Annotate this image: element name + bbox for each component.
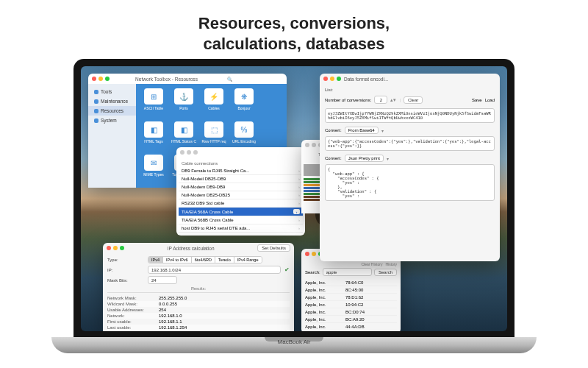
set-defaults-button[interactable]: Set Defaults bbox=[257, 244, 290, 252]
conversions-stepper[interactable]: 2 bbox=[374, 96, 387, 104]
zoom-icon[interactable] bbox=[105, 77, 110, 81]
tile-label: ASCII Table bbox=[144, 106, 163, 110]
convert-label: Convert: bbox=[325, 156, 342, 160]
result-row: Network:192.168.1.0 bbox=[107, 313, 290, 319]
chevron-right-icon: › bbox=[298, 218, 300, 222]
tile-icon: ◧ bbox=[144, 121, 163, 138]
mac-row: Apple, Inc.78:64:C0 bbox=[305, 279, 397, 286]
resource-tile[interactable]: ◧HTML Tags bbox=[140, 121, 167, 151]
clear-button[interactable]: Clear bbox=[404, 96, 423, 104]
cable-row[interactable]: Null-Modem DB25-DB25› bbox=[179, 191, 303, 199]
result-row: First usable:192.168.1.1 bbox=[107, 319, 290, 325]
titlebar-cables[interactable] bbox=[176, 147, 305, 158]
cable-list-header: Cable connections bbox=[179, 160, 303, 167]
result-row: Broadcast:192.168.1.255 bbox=[107, 330, 290, 331]
minimize-icon[interactable] bbox=[113, 246, 118, 250]
search-button[interactable]: Search bbox=[374, 269, 397, 276]
type-label: Type: bbox=[107, 258, 144, 262]
cable-row[interactable]: Null-Modeil DB25-DB9› bbox=[179, 175, 303, 183]
stepper-arrows[interactable]: ▴▾ bbox=[390, 97, 396, 103]
convert-label: Convert: bbox=[325, 128, 342, 132]
chevron-right-icon: › bbox=[298, 177, 300, 181]
window-title: Network Toolbox - Resources bbox=[112, 77, 220, 82]
resource-tile[interactable]: ⬚Raw HTTP req bbox=[201, 121, 227, 151]
mac-row: Apple, Inc.10:94:C2 bbox=[305, 301, 397, 308]
mac-row: Apple, Inc.78:D1:62 bbox=[305, 294, 397, 301]
cable-row[interactable]: TIA/EIA 568B Cross Cable› bbox=[179, 216, 303, 224]
chevron-down-icon: ▾ bbox=[381, 128, 384, 133]
resource-tile[interactable]: ◧HTML Status C bbox=[171, 121, 197, 151]
clear-history-link[interactable]: Clear History bbox=[362, 262, 383, 266]
titlebar-resources[interactable]: Network Toolbox - Resources 🔍 Search ⊞ bbox=[88, 74, 287, 84]
tab-ipv4[interactable]: IPv4 bbox=[148, 257, 163, 263]
load-link[interactable]: Load bbox=[485, 98, 495, 102]
sidebar-item-system[interactable]: System bbox=[88, 116, 136, 125]
folder-icon bbox=[94, 109, 98, 113]
marketing-headline: Resources, conversions,calculations, dat… bbox=[0, 13, 588, 54]
resource-tile[interactable]: ⚓Ports bbox=[171, 88, 197, 118]
convert-1-select[interactable]: From Base64 bbox=[345, 127, 379, 134]
cable-row[interactable]: RS232 DB9 Std cable› bbox=[179, 199, 303, 208]
window-encode: Data format encodi... List: Number of co… bbox=[320, 74, 500, 261]
history-link[interactable]: History bbox=[385, 262, 397, 266]
sidebar-item-maintenance[interactable]: Maintenance bbox=[88, 96, 136, 106]
cable-row[interactable]: Null-Modem DB9-DB9› bbox=[179, 183, 303, 191]
gear-icon bbox=[94, 99, 98, 104]
cable-row[interactable]: TIA/EIA 568A Cross Cable› bbox=[179, 208, 303, 216]
mask-input[interactable]: 24 bbox=[148, 276, 177, 284]
minimize-icon[interactable] bbox=[187, 150, 191, 155]
tab-ipv4toipv6[interactable]: IPv4 to IPv6 bbox=[163, 257, 192, 263]
close-icon[interactable] bbox=[323, 77, 328, 81]
output-1-textarea[interactable]: {"web-app":{"accessCodes":{"yes":},"vali… bbox=[325, 136, 495, 151]
close-icon[interactable] bbox=[107, 246, 111, 250]
resource-tile[interactable]: ⚡Cables bbox=[201, 88, 227, 118]
sidebar-item-tools[interactable]: Tools bbox=[88, 87, 136, 96]
tab-teredo[interactable]: Teredo bbox=[215, 257, 234, 263]
ip-type-tabs[interactable]: IPv4IPv4 to IPv66to4/6RDTeredoIPv4 Range bbox=[148, 256, 262, 263]
laptop-hinge: MacBook Air bbox=[51, 337, 537, 353]
input-textarea[interactable]: eyJ3ZWItYXBwIjp7YWNjZXNzQ29kZXMiOnsieWVz… bbox=[325, 108, 495, 123]
search-label: Search: bbox=[305, 270, 320, 275]
cable-row[interactable]: host DB9 to RJ45 serial DTE ada...› bbox=[179, 224, 303, 233]
search-input[interactable]: apple bbox=[323, 268, 372, 276]
chevron-right-icon: › bbox=[298, 169, 300, 173]
grid-icon[interactable]: ⊞ bbox=[278, 76, 283, 82]
convert-2-select[interactable]: Json Pretty print bbox=[345, 155, 384, 162]
zoom-icon[interactable] bbox=[120, 246, 124, 250]
conversions-label: Number of conversions: bbox=[325, 98, 371, 102]
resource-tile[interactable]: ✉MIME Types bbox=[140, 155, 167, 184]
save-link[interactable]: Save bbox=[472, 98, 482, 102]
minimize-icon[interactable] bbox=[98, 77, 103, 81]
titlebar-encode[interactable]: Data format encodi... bbox=[320, 74, 500, 84]
tile-label: HTML Status C bbox=[171, 139, 196, 144]
minimize-icon[interactable] bbox=[330, 77, 334, 81]
mac-row: Apple, Inc.BC:D0:74 bbox=[305, 308, 397, 316]
traffic-lights[interactable] bbox=[92, 77, 110, 81]
sidebar-item-resources[interactable]: Resources bbox=[88, 106, 136, 116]
ip-input[interactable]: 192.168.1.0/24 bbox=[148, 266, 281, 274]
tab-ipv4range[interactable]: IPv4 Range bbox=[234, 257, 262, 263]
cpu-icon bbox=[94, 118, 98, 123]
mac-row: Apple, Inc.18:EE:69 bbox=[305, 330, 397, 331]
mac-results-table: Apple, Inc.78:64:C0Apple, Inc.8C:45:00Ap… bbox=[305, 279, 397, 331]
zoom-icon[interactable] bbox=[193, 150, 198, 155]
headline-line1: Resources, conversions, bbox=[198, 14, 390, 32]
search-input[interactable]: 🔍 Search bbox=[223, 76, 275, 82]
tile-label: MIME Types bbox=[143, 172, 164, 177]
list-label: List: bbox=[325, 88, 495, 92]
cable-row[interactable]: DB9 Female to RJ45 Straight Ca...› bbox=[179, 167, 303, 175]
resource-tile[interactable]: ⊞ASCII Table bbox=[140, 88, 167, 118]
tile-icon: ⬚ bbox=[204, 121, 223, 138]
tile-label: Raw HTTP req bbox=[202, 139, 226, 144]
titlebar-ipcalc[interactable]: IP Address calculation Set Defaults bbox=[103, 243, 294, 253]
valid-icon: ✔ bbox=[284, 266, 290, 273]
tab-6to46rd[interactable]: 6to4/6RD bbox=[192, 257, 215, 263]
close-icon[interactable] bbox=[180, 150, 184, 155]
cable-list: Cable connections DB9 Female to RJ45 Str… bbox=[176, 158, 305, 235]
close-icon[interactable] bbox=[92, 77, 96, 81]
resource-tile[interactable]: ❋Bonjour bbox=[231, 88, 257, 118]
zoom-icon[interactable] bbox=[337, 77, 341, 81]
output-2-textarea[interactable]: { "web-app" : { "accessCodes" : { "yes" … bbox=[325, 164, 495, 201]
chevron-right-icon: › bbox=[293, 209, 300, 214]
resource-tile[interactable]: %URL Encoding bbox=[231, 121, 257, 151]
